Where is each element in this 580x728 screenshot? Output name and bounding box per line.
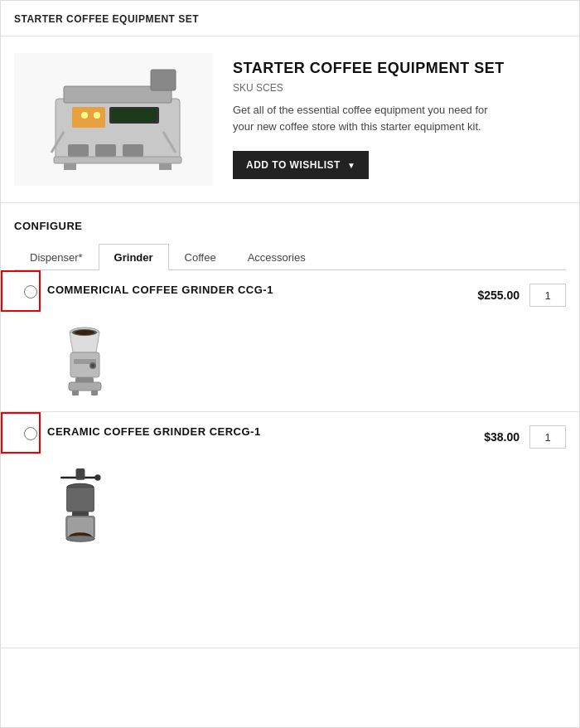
radio-highlight-2 [1,412,41,454]
commercial-grinder-image [54,318,116,396]
product-row-content-2: CERAMIC COFFEE GRINDER CERCG-1 $38.00 [47,425,566,548]
svg-point-28 [94,474,100,480]
product-header: STARTER COFFEE EQUIPMENT SET SKU SCES Ge… [1,36,579,203]
configure-section: CONFIGURE Dispenser* Grinder Coffee Acce… [1,203,579,270]
svg-point-8 [81,112,88,119]
svg-rect-13 [159,163,172,170]
radio-cell-1 [14,284,47,298]
svg-rect-12 [64,163,76,170]
svg-point-9 [94,112,100,119]
product-name: STARTER COFFEE EQUIPMENT SET [233,60,566,77]
configure-label: CONFIGURE [14,220,566,232]
svg-rect-22 [69,382,101,391]
espresso-machine-image [22,61,205,177]
svg-point-36 [66,536,95,541]
tab-dispenser[interactable]: Dispenser* [14,244,99,270]
product-price-1: $255.00 [477,289,520,302]
radio-highlight-1 [1,270,41,312]
table-row: COMMERICIAL COFFEE GRINDER CCG-1 $255.00 [1,270,579,412]
table-row: CERAMIC COFFEE GRINDER CERCG-1 $38.00 [1,412,579,648]
svg-rect-32 [72,512,89,516]
svg-rect-7 [72,107,105,128]
chevron-down-icon: ▼ [347,161,355,170]
product-row-content-1: COMMERICIAL COFFEE GRINDER CCG-1 $255.00 [47,284,566,398]
product-list: COMMERICIAL COFFEE GRINDER CCG-1 $255.00 [1,270,579,648]
product-row-top-2: CERAMIC COFFEE GRINDER CERCG-1 $38.00 [47,425,566,449]
svg-rect-5 [123,144,143,157]
ceramic-grinder-image [51,461,109,544]
svg-point-26 [91,364,94,367]
add-to-wishlist-button[interactable]: ADD TO WISHLIST ▼ [233,151,369,179]
svg-rect-2 [151,70,176,90]
product-image-area [14,53,213,186]
product-sku: SKU SCES [233,82,566,94]
radio-cell-2 [14,425,47,440]
svg-rect-24 [91,391,98,396]
svg-rect-31 [67,488,94,512]
page-title-bar: STARTER COFFEE EQUIPMENT SET [1,1,579,36]
product-row-top-1: COMMERICIAL COFFEE GRINDER CCG-1 $255.00 [47,284,566,307]
product-row-right-2: $38.00 [484,425,566,449]
product-description: Get all of the essential coffee equipmen… [233,102,498,134]
product-row-name-2: CERAMIC COFFEE GRINDER CERCG-1 [47,425,261,438]
svg-rect-4 [95,144,116,157]
product-price-2: $38.00 [484,430,520,444]
product-thumbnail-1 [47,315,122,398]
svg-rect-3 [68,144,89,157]
svg-rect-29 [76,468,85,480]
product-row-right-1: $255.00 [477,284,566,307]
svg-rect-23 [72,391,79,396]
product-info: STARTER COFFEE EQUIPMENT SET SKU SCES Ge… [233,53,566,186]
product-row-name-1: COMMERICIAL COFFEE GRINDER CCG-1 [47,284,273,296]
product-thumbnail-2 [47,457,114,548]
page-title: STARTER COFFEE EQUIPMENT SET [14,13,199,25]
qty-input-1[interactable] [529,284,566,307]
tab-grinder[interactable]: Grinder [99,244,169,270]
tabs-row: Dispenser* Grinder Coffee Accessories [14,244,566,270]
svg-rect-6 [54,157,181,163]
qty-input-2[interactable] [529,425,566,449]
svg-rect-11 [112,109,157,122]
svg-point-19 [75,330,94,335]
tab-accessories[interactable]: Accessories [232,244,321,270]
tab-coffee[interactable]: Coffee [169,244,232,270]
